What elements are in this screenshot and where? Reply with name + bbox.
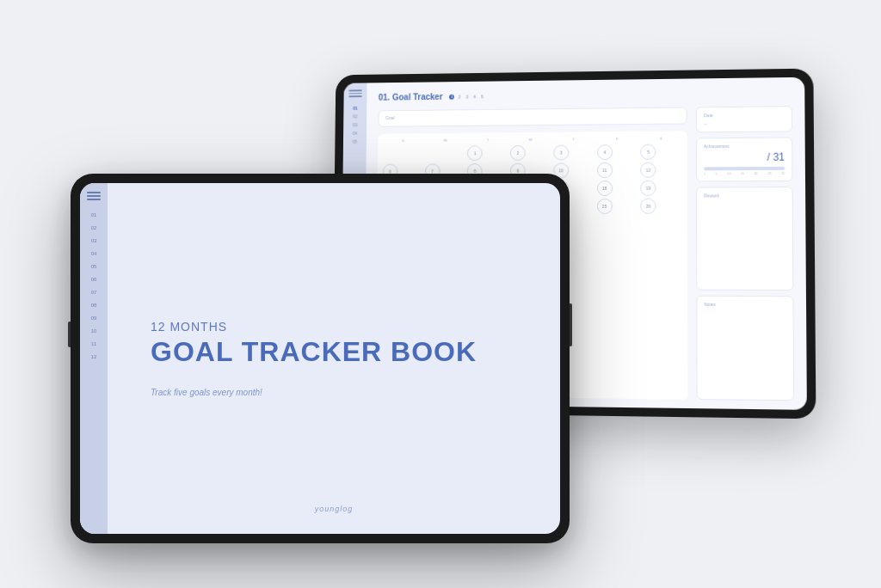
tablet-front: 01 02 03 04 05 06 07 08 09 10 11 12 12 M… — [71, 174, 570, 543]
cal-cell-25[interactable]: 25 — [597, 199, 613, 214]
cal-cell-5[interactable]: 5 — [641, 144, 656, 160]
back-sidebar-item-01[interactable]: 01 — [353, 105, 357, 112]
front-sidebar-05[interactable]: 05 — [91, 261, 97, 272]
front-sidebar-06[interactable]: 06 — [91, 274, 97, 285]
cal-cell-3[interactable]: 3 — [553, 145, 569, 161]
back-menu-icon — [348, 89, 361, 98]
front-sidebar-10[interactable]: 10 — [91, 326, 97, 336]
day-f: F — [596, 137, 638, 141]
cal-cell-1[interactable]: 1 — [467, 145, 483, 161]
progress-labels: 1 5 10 15 20 25 31 — [704, 172, 785, 176]
cal-cell-11[interactable]: 11 — [597, 162, 613, 178]
front-sidebar-12[interactable]: 12 — [91, 352, 97, 362]
front-sidebar-07[interactable]: 07 — [91, 287, 97, 297]
date-row: – — [704, 119, 785, 126]
prog-5: 5 — [716, 172, 718, 175]
date-card: Date – — [696, 106, 792, 132]
front-description: Track five goals every month! — [151, 388, 517, 397]
front-sidebar-09[interactable]: 09 — [91, 313, 97, 323]
reward-label: Reward — [704, 193, 785, 198]
page-dot-4[interactable]: 4 — [472, 94, 477, 99]
front-sidebar: 01 02 03 04 05 06 07 08 09 10 11 12 — [80, 183, 108, 534]
day-t1: T — [467, 138, 508, 142]
front-sidebar-03[interactable]: 03 — [91, 236, 97, 246]
cal-cell-4[interactable]: 4 — [597, 144, 613, 160]
cal-cell-18[interactable]: 18 — [597, 181, 613, 196]
front-screen: 01 02 03 04 05 06 07 08 09 10 11 12 12 M… — [80, 183, 560, 534]
notes-card: Notes — [696, 296, 794, 401]
back-sidebar-item-02[interactable]: 02 — [353, 113, 357, 120]
front-title: GOAL TRACKER BOOK — [151, 337, 517, 367]
cal-cell-empty3 — [597, 217, 613, 232]
front-subtitle: 12 MONTHS — [151, 320, 517, 334]
cal-row-1: 1 2 3 4 5 — [383, 144, 682, 161]
calendar-header: S M T W T F S — [383, 136, 682, 143]
progress-bar — [704, 167, 785, 171]
page-dot-1[interactable]: 1 — [449, 94, 454, 99]
back-sidebar-item-03[interactable]: 03 — [353, 121, 357, 128]
achievement-value: / 31 — [704, 151, 785, 164]
front-main-content: 12 MONTHS GOAL TRACKER BOOK Track five g… — [108, 183, 560, 534]
page-dot-2[interactable]: 2 — [457, 94, 462, 99]
day-w: W — [510, 138, 551, 142]
notes-label: Notes — [705, 302, 786, 308]
achievement-label: Achievement — [704, 144, 785, 150]
goal-label: Goal — [385, 113, 679, 120]
cal-cell-2[interactable]: 2 — [510, 145, 526, 161]
front-sidebar-08[interactable]: 08 — [91, 300, 97, 310]
cal-cell-19[interactable]: 19 — [641, 181, 656, 196]
prog-10: 10 — [727, 172, 730, 175]
day-s1: S — [383, 138, 423, 143]
prog-25: 25 — [767, 172, 771, 175]
front-sidebar-01[interactable]: 01 — [91, 210, 97, 220]
front-sidebar-02[interactable]: 02 — [91, 223, 97, 233]
cal-cell-empty — [383, 146, 398, 162]
cal-cell-empty4 — [641, 217, 656, 232]
front-sidebar-04[interactable]: 04 — [91, 248, 97, 259]
prog-15: 15 — [741, 172, 744, 175]
back-right-panel: Date – Achievement / 31 — [696, 106, 795, 401]
cal-cell-12[interactable]: 12 — [641, 162, 656, 178]
day-t2: T — [553, 137, 595, 141]
prog-20: 20 — [755, 172, 758, 175]
page-dot-3[interactable]: 3 — [465, 94, 470, 99]
front-brand: younglog — [315, 505, 354, 513]
back-page-title: 01. Goal Tracker — [379, 92, 443, 102]
prog-31: 31 — [781, 172, 785, 175]
cal-cell-26[interactable]: 26 — [641, 199, 656, 214]
reward-card: Reward — [696, 187, 793, 291]
date-dash: – — [704, 120, 707, 126]
back-sidebar-item-04[interactable]: 04 — [353, 130, 357, 137]
back-header: 01. Goal Tracker 1 2 3 4 5 — [379, 88, 792, 102]
back-sidebar-item-05[interactable]: 05 — [353, 138, 357, 145]
prog-1: 1 — [704, 172, 705, 175]
back-page-dots: 1 2 3 4 5 — [449, 94, 484, 99]
day-m: M — [425, 138, 465, 143]
page-dot-5[interactable]: 5 — [479, 94, 484, 99]
front-sidebar-11[interactable]: 11 — [91, 339, 97, 349]
goal-field[interactable]: Goal — [378, 107, 687, 126]
cal-cell-empty2 — [425, 146, 440, 162]
front-menu-icon — [87, 192, 101, 200]
scene: 01 02 03 04 05 01. Goal Tracker 1 2 3 4 … — [71, 45, 810, 543]
day-s2: S — [640, 136, 682, 140]
date-label: Date — [704, 112, 785, 118]
achievement-card: Achievement / 31 1 5 10 15 20 — [696, 137, 793, 181]
